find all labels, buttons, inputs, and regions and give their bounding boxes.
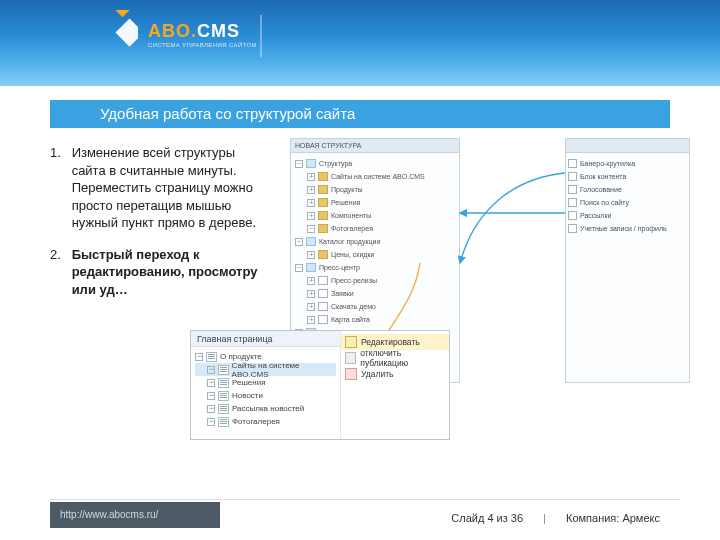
context-menu-item[interactable]: отключить публикацию	[341, 350, 449, 366]
tree-panel-header: НОВАЯ СТРУКТУРА	[291, 139, 459, 153]
expand-icon[interactable]	[307, 316, 315, 324]
expand-icon[interactable]	[307, 186, 315, 194]
module-icon	[568, 198, 577, 207]
module-icon	[568, 159, 577, 168]
tree-row[interactable]: Структура	[295, 157, 455, 170]
module-icon	[568, 224, 577, 233]
module-label: Голосование	[580, 186, 622, 193]
slide-title: Удобная работа со структурой сайта	[50, 100, 670, 128]
footer-url: http://www.abocms.ru/	[50, 502, 220, 528]
popup-tree: О продуктеСайты на системе ABO.CMSРешени…	[191, 347, 340, 431]
collapse-icon[interactable]	[207, 405, 215, 413]
module-row[interactable]: Блок контента	[568, 170, 687, 183]
module-icon	[568, 185, 577, 194]
tree-row[interactable]: Цены, скидки	[295, 248, 455, 261]
page-icon	[318, 302, 328, 311]
module-row[interactable]: Банеро-крутилка	[568, 157, 687, 170]
collapse-icon[interactable]	[207, 418, 215, 426]
context-menu-item[interactable]: Удалить	[341, 366, 449, 382]
module-label: Рассылки	[580, 212, 611, 219]
tree-row[interactable]: Пресс-релизы	[295, 274, 455, 287]
tree-row[interactable]: Карта сайта	[295, 313, 455, 326]
popup-tree-label: Рассылка новостей	[232, 404, 304, 413]
page-icon	[206, 352, 217, 362]
collapse-icon[interactable]	[295, 160, 303, 168]
folder-icon	[318, 185, 328, 194]
module-label: Банеро-крутилка	[580, 160, 635, 167]
module-icon	[568, 172, 577, 181]
collapse-icon[interactable]	[295, 238, 303, 246]
delete-icon	[345, 368, 357, 380]
list-item: 2. Быстрый переход к редактированию, про…	[50, 246, 290, 299]
tree-row[interactable]: Каталог продукции	[295, 235, 455, 248]
slide-footer: http://www.abocms.ru/ Слайд 4 из 36 | Ко…	[0, 494, 720, 540]
page-icon	[318, 276, 328, 285]
slide-counter: Слайд 4 из 36	[451, 512, 523, 524]
popup-tree-label: Новости	[232, 391, 263, 400]
context-popup: Главная страница О продуктеСайты на сист…	[190, 330, 450, 440]
module-row[interactable]: Голосование	[568, 183, 687, 196]
header-divider	[260, 15, 262, 57]
page-icon	[318, 315, 328, 324]
tree-label: Карта сайта	[331, 316, 370, 323]
module-row[interactable]: Рассылки	[568, 209, 687, 222]
tree-row[interactable]: Решения	[295, 196, 455, 209]
collapse-icon[interactable]	[295, 264, 303, 272]
folder-icon	[318, 172, 328, 181]
module-panel: Банеро-крутилкаБлок контентаГолосованиеП…	[565, 138, 690, 383]
tree-row[interactable]: Компоненты	[295, 209, 455, 222]
expand-icon[interactable]	[307, 199, 315, 207]
tree-label: Пресс-релизы	[331, 277, 377, 284]
module-row[interactable]: Поиск по сайту	[568, 196, 687, 209]
footer-divider	[50, 499, 680, 500]
folder-icon	[318, 224, 328, 233]
page-icon	[318, 289, 328, 298]
popup-tree-label: Решения	[232, 378, 266, 387]
context-menu: Редактироватьотключить публикациюУдалить	[341, 331, 449, 439]
module-row[interactable]: Учетные записи / профиль	[568, 222, 687, 235]
footer-meta: Слайд 4 из 36 | Компания: Армекс	[451, 512, 660, 524]
tree-row[interactable]: Фотогалерея	[295, 222, 455, 235]
collapse-icon[interactable]	[207, 366, 215, 374]
page-icon	[218, 378, 229, 388]
tree-label: Компоненты	[331, 212, 371, 219]
popup-tree-label: Фотогалерея	[232, 417, 280, 426]
expand-icon[interactable]	[307, 303, 315, 311]
page-icon	[218, 365, 229, 375]
company-label: Компания: Армекс	[566, 512, 660, 524]
collapse-icon[interactable]	[195, 353, 203, 361]
collapse-icon[interactable]	[207, 392, 215, 400]
slide-header: ABO.CMS СИСТЕМА УПРАВЛЕНИЯ САЙТОМ	[0, 0, 720, 90]
tree-row[interactable]: Пресс-центр	[295, 261, 455, 274]
expand-icon[interactable]	[307, 290, 315, 298]
popup-tree-row[interactable]: Сайты на системе ABO.CMS	[195, 363, 336, 376]
tree-row[interactable]: Скачать демо	[295, 300, 455, 313]
popup-tree-row[interactable]: Фотогалерея	[195, 415, 336, 428]
item-number: 2.	[50, 246, 68, 264]
popup-tree-row[interactable]: Новости	[195, 389, 336, 402]
popup-tree-label: Сайты на системе ABO.CMS	[232, 361, 336, 379]
folder-icon	[318, 198, 328, 207]
tree-label: Скачать демо	[331, 303, 376, 310]
cube-icon	[306, 159, 316, 168]
tree-label: Продукты	[331, 186, 363, 193]
logo-text: ABO.CMS СИСТЕМА УПРАВЛЕНИЯ САЙТОМ	[148, 21, 257, 48]
popup-tree-panel: Главная страница О продуктеСайты на сист…	[191, 331, 341, 439]
collapse-icon[interactable]	[207, 379, 215, 387]
cube-icon	[306, 263, 316, 272]
footer-sep: |	[543, 512, 546, 524]
tree-row[interactable]: Сайты на системе ABO.CMS	[295, 170, 455, 183]
expand-icon[interactable]	[307, 277, 315, 285]
tree-row[interactable]: Заявки	[295, 287, 455, 300]
logo: ABO.CMS СИСТЕМА УПРАВЛЕНИЯ САЙТОМ	[90, 10, 257, 58]
tree-label: Сайты на системе ABO.CMS	[331, 173, 425, 180]
expand-icon[interactable]	[307, 251, 315, 259]
expand-icon[interactable]	[307, 173, 315, 181]
logo-icon	[90, 10, 138, 58]
module-list: Банеро-крутилкаБлок контентаГолосованиеП…	[566, 153, 689, 239]
expand-icon[interactable]	[307, 212, 315, 220]
module-label: Блок контента	[580, 173, 626, 180]
popup-tree-row[interactable]: Рассылка новостей	[195, 402, 336, 415]
tree-row[interactable]: Продукты	[295, 183, 455, 196]
collapse-icon[interactable]	[307, 225, 315, 233]
